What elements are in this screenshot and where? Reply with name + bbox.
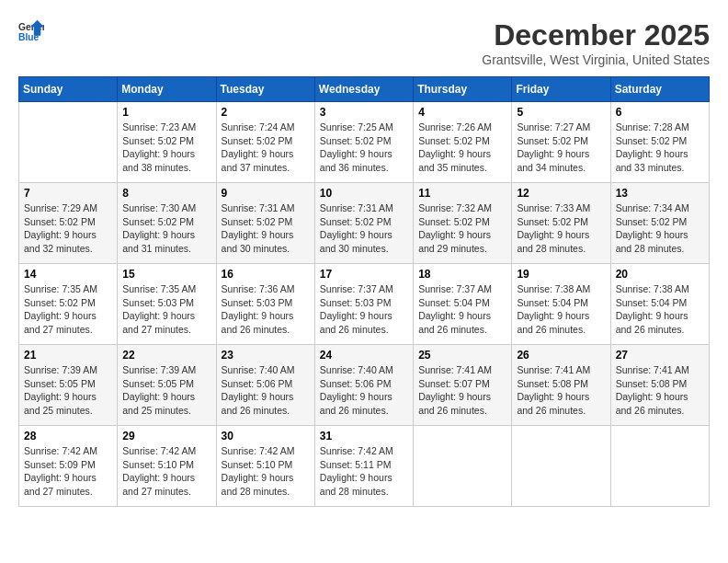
- day-info: Sunrise: 7:35 AMSunset: 5:02 PMDaylight:…: [24, 282, 112, 337]
- day-number: 12: [517, 187, 605, 200]
- day-number: 26: [517, 349, 605, 362]
- calendar-cell: 24Sunrise: 7:40 AMSunset: 5:06 PMDayligh…: [314, 345, 413, 426]
- calendar-cell: 11Sunrise: 7:32 AMSunset: 5:02 PMDayligh…: [414, 183, 512, 264]
- logo: General Blue: [18, 18, 44, 44]
- day-number: 17: [320, 268, 408, 281]
- day-number: 29: [122, 430, 210, 442]
- calendar-cell: 23Sunrise: 7:40 AMSunset: 5:06 PMDayligh…: [216, 345, 314, 426]
- day-info: Sunrise: 7:28 AMSunset: 5:02 PMDaylight:…: [616, 121, 704, 175]
- day-number: 11: [418, 187, 506, 200]
- calendar-cell: 20Sunrise: 7:38 AMSunset: 5:04 PMDayligh…: [610, 264, 709, 345]
- day-number: 24: [320, 349, 408, 362]
- day-info: Sunrise: 7:39 AMSunset: 5:05 PMDaylight:…: [122, 363, 210, 418]
- day-info: Sunrise: 7:41 AMSunset: 5:08 PMDaylight:…: [616, 363, 704, 418]
- day-info: Sunrise: 7:31 AMSunset: 5:02 PMDaylight:…: [222, 201, 310, 256]
- day-number: 27: [616, 349, 704, 362]
- calendar-cell: 13Sunrise: 7:34 AMSunset: 5:02 PMDayligh…: [610, 183, 709, 264]
- weekday-header-sunday: Sunday: [19, 77, 118, 102]
- day-number: 15: [122, 268, 210, 281]
- calendar-cell: 8Sunrise: 7:30 AMSunset: 5:02 PMDaylight…: [118, 183, 216, 264]
- day-info: Sunrise: 7:29 AMSunset: 5:02 PMDaylight:…: [24, 201, 112, 256]
- day-number: 6: [616, 106, 704, 119]
- day-info: Sunrise: 7:42 AMSunset: 5:11 PMDaylight:…: [320, 444, 408, 499]
- day-number: 1: [122, 106, 210, 119]
- day-info: Sunrise: 7:37 AMSunset: 5:03 PMDaylight:…: [320, 282, 408, 337]
- day-number: 3: [320, 106, 408, 119]
- day-info: Sunrise: 7:42 AMSunset: 5:10 PMDaylight:…: [222, 444, 310, 499]
- day-info: Sunrise: 7:36 AMSunset: 5:03 PMDaylight:…: [222, 282, 310, 337]
- calendar-table: SundayMondayTuesdayWednesdayThursdayFrid…: [18, 76, 710, 507]
- calendar-cell: 29Sunrise: 7:42 AMSunset: 5:10 PMDayligh…: [118, 426, 216, 507]
- day-info: Sunrise: 7:32 AMSunset: 5:02 PMDaylight:…: [418, 201, 506, 256]
- day-number: 16: [222, 268, 310, 281]
- day-info: Sunrise: 7:40 AMSunset: 5:06 PMDaylight:…: [222, 363, 310, 418]
- calendar-cell: 7Sunrise: 7:29 AMSunset: 5:02 PMDaylight…: [19, 183, 118, 264]
- day-number: 30: [222, 430, 310, 442]
- day-info: Sunrise: 7:41 AMSunset: 5:08 PMDaylight:…: [517, 363, 605, 418]
- day-number: 20: [616, 268, 704, 281]
- day-info: Sunrise: 7:42 AMSunset: 5:09 PMDaylight:…: [24, 444, 112, 499]
- calendar-cell: 4Sunrise: 7:26 AMSunset: 5:02 PMDaylight…: [414, 102, 512, 183]
- calendar-cell: 30Sunrise: 7:42 AMSunset: 5:10 PMDayligh…: [216, 426, 314, 507]
- calendar-cell: 14Sunrise: 7:35 AMSunset: 5:02 PMDayligh…: [19, 264, 118, 345]
- day-number: 28: [24, 430, 112, 442]
- day-info: Sunrise: 7:26 AMSunset: 5:02 PMDaylight:…: [418, 121, 506, 175]
- calendar-cell: [19, 102, 118, 183]
- calendar-cell: 1Sunrise: 7:23 AMSunset: 5:02 PMDaylight…: [118, 102, 216, 183]
- calendar-cell: 31Sunrise: 7:42 AMSunset: 5:11 PMDayligh…: [314, 426, 413, 507]
- day-info: Sunrise: 7:38 AMSunset: 5:04 PMDaylight:…: [517, 282, 605, 337]
- day-info: Sunrise: 7:35 AMSunset: 5:03 PMDaylight:…: [122, 282, 210, 337]
- day-info: Sunrise: 7:30 AMSunset: 5:02 PMDaylight:…: [122, 201, 210, 256]
- calendar-cell: 27Sunrise: 7:41 AMSunset: 5:08 PMDayligh…: [610, 345, 709, 426]
- calendar-cell: 15Sunrise: 7:35 AMSunset: 5:03 PMDayligh…: [118, 264, 216, 345]
- calendar-cell: 6Sunrise: 7:28 AMSunset: 5:02 PMDaylight…: [610, 102, 709, 183]
- calendar-cell: [414, 426, 512, 507]
- day-info: Sunrise: 7:23 AMSunset: 5:02 PMDaylight:…: [122, 121, 210, 175]
- calendar-cell: 17Sunrise: 7:37 AMSunset: 5:03 PMDayligh…: [314, 264, 413, 345]
- calendar-cell: 5Sunrise: 7:27 AMSunset: 5:02 PMDaylight…: [512, 102, 610, 183]
- day-number: 10: [320, 187, 408, 200]
- day-number: 31: [320, 430, 408, 442]
- day-number: 4: [418, 106, 506, 119]
- day-number: 21: [24, 349, 112, 362]
- calendar-cell: 21Sunrise: 7:39 AMSunset: 5:05 PMDayligh…: [19, 345, 118, 426]
- day-number: 25: [418, 349, 506, 362]
- day-info: Sunrise: 7:31 AMSunset: 5:02 PMDaylight:…: [320, 201, 408, 256]
- calendar-cell: 22Sunrise: 7:39 AMSunset: 5:05 PMDayligh…: [118, 345, 216, 426]
- day-info: Sunrise: 7:34 AMSunset: 5:02 PMDaylight:…: [616, 201, 704, 256]
- day-info: Sunrise: 7:42 AMSunset: 5:10 PMDaylight:…: [122, 444, 210, 499]
- calendar-cell: 12Sunrise: 7:33 AMSunset: 5:02 PMDayligh…: [512, 183, 610, 264]
- weekday-header-thursday: Thursday: [414, 77, 512, 102]
- day-info: Sunrise: 7:24 AMSunset: 5:02 PMDaylight:…: [222, 121, 310, 175]
- calendar-cell: 16Sunrise: 7:36 AMSunset: 5:03 PMDayligh…: [216, 264, 314, 345]
- day-number: 18: [418, 268, 506, 281]
- day-info: Sunrise: 7:39 AMSunset: 5:05 PMDaylight:…: [24, 363, 112, 418]
- weekday-header-tuesday: Tuesday: [216, 77, 314, 102]
- weekday-header-saturday: Saturday: [610, 77, 709, 102]
- calendar-cell: [610, 426, 709, 507]
- day-number: 9: [222, 187, 310, 200]
- calendar-cell: 25Sunrise: 7:41 AMSunset: 5:07 PMDayligh…: [414, 345, 512, 426]
- calendar-cell: 18Sunrise: 7:37 AMSunset: 5:04 PMDayligh…: [414, 264, 512, 345]
- day-info: Sunrise: 7:37 AMSunset: 5:04 PMDaylight:…: [418, 282, 506, 337]
- location: Grantsville, West Virginia, United State…: [482, 52, 710, 67]
- title-block: December 2025 Grantsville, West Virginia…: [482, 18, 710, 67]
- day-info: Sunrise: 7:25 AMSunset: 5:02 PMDaylight:…: [320, 121, 408, 175]
- weekday-header-wednesday: Wednesday: [314, 77, 413, 102]
- calendar-cell: 2Sunrise: 7:24 AMSunset: 5:02 PMDaylight…: [216, 102, 314, 183]
- day-number: 2: [222, 106, 310, 119]
- calendar-cell: 26Sunrise: 7:41 AMSunset: 5:08 PMDayligh…: [512, 345, 610, 426]
- day-info: Sunrise: 7:40 AMSunset: 5:06 PMDaylight:…: [320, 363, 408, 418]
- day-number: 14: [24, 268, 112, 281]
- calendar-cell: 19Sunrise: 7:38 AMSunset: 5:04 PMDayligh…: [512, 264, 610, 345]
- page-header: General Blue December 2025 Grantsville, …: [18, 18, 710, 67]
- day-number: 22: [122, 349, 210, 362]
- day-number: 19: [517, 268, 605, 281]
- month-title: December 2025: [482, 18, 710, 52]
- calendar-cell: 9Sunrise: 7:31 AMSunset: 5:02 PMDaylight…: [216, 183, 314, 264]
- day-number: 8: [122, 187, 210, 200]
- day-number: 23: [222, 349, 310, 362]
- calendar-cell: [512, 426, 610, 507]
- weekday-header-monday: Monday: [118, 77, 216, 102]
- day-number: 13: [616, 187, 704, 200]
